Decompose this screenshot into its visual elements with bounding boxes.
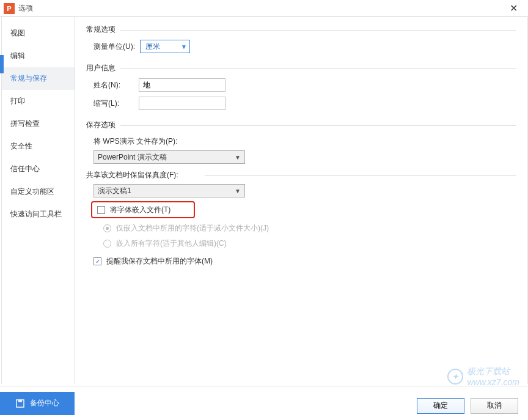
initials-label: 缩写(L): [94,98,134,109]
sidebar-item-label: 常规与保存 [10,74,47,83]
backup-center-button[interactable]: 备份中心 [0,392,75,415]
backup-center-label: 备份中心 [30,398,59,408]
general-options-legend: 常规选项 [86,24,516,35]
embed-option-used-chars: 仅嵌入文档中所用的字符(适于减小文件大小)(J) [103,223,516,234]
remind-fonts-checkbox[interactable] [94,257,101,265]
app-icon: P [4,3,15,14]
remind-fonts-label: 提醒我保存文档中所用的字体(M) [106,256,213,267]
name-label: 姓名(N): [94,80,134,90]
embed-fonts-checkbox[interactable] [97,206,105,214]
user-info-legend: 用户信息 [86,63,516,73]
chevron-down-icon: ▼ [181,43,187,50]
window-title: 选项 [18,3,502,13]
fidelity-legend: 共享该文档时保留保真度(F): [86,170,516,180]
sidebar-item-general-save[interactable]: 常规与保存 [2,67,75,90]
measure-unit-select[interactable]: 厘米 ▼ [140,40,190,53]
sidebar-item-label: 拼写检查 [10,119,40,128]
sidebar-item-label: 打印 [10,97,25,105]
ok-button[interactable]: 确定 [417,398,464,414]
backup-icon [15,399,25,408]
sidebar-item-spellcheck[interactable]: 拼写检查 [2,112,75,135]
fidelity-group: 共享该文档时保留保真度(F): 演示文稿1 ▼ 将字体嵌入文件(T) 仅嵌入文档… [86,170,516,267]
dialog-footer: 备份中心 确定 取消 [0,386,528,420]
sidebar-item-label: 快速访问工具栏 [10,210,62,218]
remind-fonts-row: 提醒我保存文档中所用的字体(M) [94,256,516,267]
sidebar-item-view[interactable]: 视图 [2,22,75,45]
save-as-select[interactable]: PowerPoint 演示文稿 ▼ [94,150,245,164]
embed-fonts-highlight: 将字体嵌入文件(T) [91,201,195,218]
save-options-group: 保存选项 将 WPS演示 文件存为(P): PowerPoint 演示文稿 ▼ [86,120,516,164]
sidebar-item-security[interactable]: 安全性 [2,135,75,158]
embed-option-all-chars: 嵌入所有字符(适于其他人编辑)(C) [103,238,516,249]
save-as-value: PowerPoint 演示文稿 [98,152,167,163]
chevron-down-icon: ▼ [235,188,241,194]
sidebar: 视图 编辑 常规与保存 打印 拼写检查 安全性 信任中心 自定义功能区 快速访问… [2,17,75,384]
embed-all-chars-label: 嵌入所有字符(适于其他人编辑)(C) [116,238,227,249]
content-panel: 常规选项 测量单位(U): 厘米 ▼ 用户信息 姓名(N): 缩写(L): 保存… [75,17,527,384]
save-options-legend: 保存选项 [86,120,516,130]
sidebar-item-print[interactable]: 打印 [2,90,75,112]
sidebar-item-label: 信任中心 [10,164,40,173]
embed-all-chars-radio [103,240,111,248]
sidebar-item-label: 安全性 [10,142,32,150]
measure-unit-value: 厘米 [145,42,160,52]
fidelity-select[interactable]: 演示文稿1 ▼ [94,184,245,197]
sidebar-item-label: 视图 [10,29,25,37]
user-info-group: 用户信息 姓名(N): 缩写(L): [86,63,516,114]
decorative-blue-sliver [0,55,4,73]
fidelity-value: 演示文稿1 [98,186,131,196]
close-button[interactable]: ✕ [502,2,524,14]
chevron-down-icon: ▼ [235,154,241,161]
svg-rect-1 [18,400,22,402]
sidebar-item-trust-center[interactable]: 信任中心 [2,158,75,180]
sidebar-item-customize-ribbon[interactable]: 自定义功能区 [2,180,75,203]
embed-used-chars-label: 仅嵌入文档中所用的字符(适于减小文件大小)(J) [116,223,269,234]
sidebar-item-edit[interactable]: 编辑 [2,45,75,67]
sidebar-item-label: 编辑 [10,51,25,60]
embed-used-chars-radio [103,224,111,232]
initials-field[interactable] [139,97,226,110]
sidebar-item-label: 自定义功能区 [10,187,54,196]
name-field[interactable] [139,78,226,92]
sidebar-item-quick-access[interactable]: 快速访问工具栏 [2,203,75,226]
save-as-label: 将 WPS演示 文件存为(P): [94,136,516,147]
measure-unit-label: 测量单位(U): [94,42,135,52]
cancel-button[interactable]: 取消 [471,398,518,414]
general-options-group: 常规选项 测量单位(U): 厘米 ▼ [86,24,516,57]
embed-fonts-label: 将字体嵌入文件(T) [110,205,170,215]
titlebar: P 选项 ✕ [0,0,528,17]
